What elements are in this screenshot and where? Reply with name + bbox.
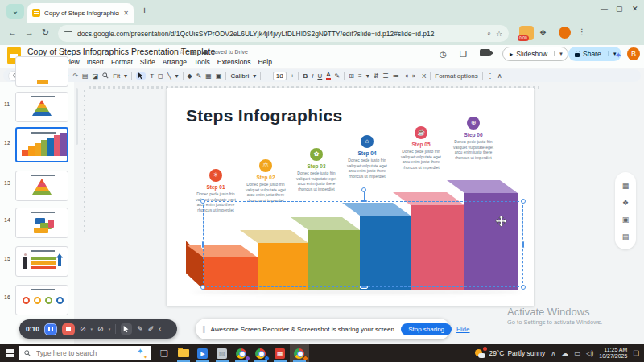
- bullet-list-icon[interactable]: ☰: [382, 72, 388, 80]
- underline-button[interactable]: U: [317, 72, 322, 80]
- italic-button[interactable]: I: [312, 72, 313, 80]
- slide-thumbnail[interactable]: [15, 246, 68, 277]
- pause-recording-button[interactable]: [44, 323, 57, 335]
- mic-dropdown-icon[interactable]: ▾: [109, 327, 111, 331]
- star-doc-icon[interactable]: ☆: [179, 48, 184, 56]
- new-tab-button[interactable]: +: [142, 5, 147, 16]
- comment-icon[interactable]: ❐: [460, 50, 467, 59]
- account-avatar[interactable]: B: [627, 47, 640, 60]
- doc-title[interactable]: Copy of Steps Infographics Presentation …: [27, 47, 215, 56]
- taskbar-app-chrome-active[interactable]: [290, 344, 309, 362]
- slideshow-dropdown-icon[interactable]: ▼: [554, 51, 568, 56]
- taskbar-search[interactable]: ✦✦: [19, 346, 151, 360]
- tray-expand-icon[interactable]: ∧: [551, 349, 555, 357]
- menu-insert[interactable]: Insert: [87, 58, 104, 66]
- slide-thumbnail[interactable]: [15, 56, 68, 87]
- camera-off-icon[interactable]: ⊘: [80, 325, 86, 333]
- copilot-icon[interactable]: ✦✦: [137, 348, 147, 358]
- onedrive-icon[interactable]: ☁: [561, 349, 568, 357]
- resize-handle-se[interactable]: [521, 285, 526, 290]
- menu-arrange[interactable]: Arrange: [163, 58, 187, 66]
- zoom-icon[interactable]: [102, 72, 109, 79]
- browser-profile-avatar[interactable]: [559, 27, 571, 39]
- calendar-icon[interactable]: ▦: [622, 182, 630, 190]
- slide-thumbnail-selected[interactable]: [15, 127, 68, 162]
- taskbar-app-explorer[interactable]: [174, 344, 193, 362]
- stop-sharing-button[interactable]: Stop sharing: [401, 323, 452, 335]
- menu-slide[interactable]: Slide: [140, 58, 155, 66]
- numbered-list-icon[interactable]: ≔: [393, 72, 399, 80]
- bold-button[interactable]: B: [303, 72, 308, 80]
- collapse-recorder-icon[interactable]: ‹: [159, 325, 161, 333]
- taskbar-app-movies[interactable]: ▶: [193, 344, 213, 362]
- mic-off-icon[interactable]: ⊘: [97, 325, 104, 333]
- menu-help[interactable]: Help: [258, 58, 271, 66]
- step-column-6[interactable]: ⊕ Step 06 Donec pede justo frin valiquet…: [450, 117, 497, 160]
- window-maximize-button[interactable]: ▢: [616, 5, 623, 13]
- share-button[interactable]: Share ▼: [568, 47, 621, 61]
- step-column-2[interactable]: ⚖ Step 02 Donec pede justo frin valiquet…: [242, 159, 289, 203]
- shape-tool-icon[interactable]: ◻: [158, 72, 163, 80]
- bookmark-star-icon[interactable]: ☆: [496, 30, 502, 38]
- volume-icon[interactable]: ◁): [586, 349, 593, 357]
- clear-format-icon[interactable]: X: [422, 72, 426, 80]
- border-weight-icon[interactable]: ▦: [205, 72, 212, 80]
- taskbar-app-chrome-1[interactable]: [232, 344, 251, 362]
- task-view-icon[interactable]: ❏: [160, 348, 168, 359]
- window-minimize-button[interactable]: —: [601, 5, 608, 13]
- filmstrip-scrollbar[interactable]: [76, 88, 78, 145]
- print-icon[interactable]: ▤: [82, 72, 89, 80]
- move-folder-icon[interactable]: ▤: [190, 48, 196, 56]
- taskbar-clock[interactable]: 11:25 AM 10/27/2025: [599, 347, 627, 360]
- address-bar[interactable]: docs.google.com/presentation/d/1QcUisSYP…: [58, 25, 509, 42]
- camera-dropdown-icon[interactable]: ▾: [91, 327, 93, 331]
- fit-select[interactable]: Fit: [113, 72, 120, 80]
- highlight-color-icon[interactable]: ✎: [335, 72, 341, 80]
- browser-tab[interactable]: Copy of Steps Infographics Pres ✕: [27, 3, 134, 23]
- fill-color-icon[interactable]: ◆: [188, 72, 192, 80]
- border-dash-icon[interactable]: ▣: [216, 72, 222, 80]
- weather-widget[interactable]: 29°C Partly sunny: [475, 348, 545, 358]
- rotation-handle[interactable]: [361, 187, 366, 192]
- textbox-tool-icon[interactable]: T: [150, 72, 154, 80]
- menu-tools[interactable]: Tools: [194, 58, 210, 66]
- zoom-page-icon[interactable]: ⌕: [487, 29, 491, 38]
- slide-thumbnail[interactable]: [15, 171, 68, 201]
- resize-handle-e[interactable]: [522, 241, 525, 249]
- paint-format-icon[interactable]: ◪: [93, 72, 99, 80]
- pointer-tool-button[interactable]: [121, 323, 132, 335]
- align-dropdown-icon[interactable]: ▾: [366, 72, 369, 80]
- select-tool-button[interactable]: [136, 72, 146, 80]
- window-close-button[interactable]: ✕: [632, 5, 638, 13]
- display-icon[interactable]: ▭: [574, 349, 580, 357]
- font-family-select[interactable]: Calibri: [230, 72, 249, 80]
- folder-icon[interactable]: ▤: [622, 232, 630, 241]
- meet-camera-icon[interactable]: [480, 49, 490, 56]
- extensions-puzzle-icon[interactable]: ❖: [539, 28, 547, 37]
- menu-extensions[interactable]: Extensions: [217, 58, 251, 66]
- slideshow-button[interactable]: ▸Slideshow ▼: [502, 47, 568, 61]
- slide-page[interactable]: Steps Infographics ✳ Step 01 Donec pede …: [167, 88, 534, 306]
- tab-search-icon[interactable]: ⌄: [6, 4, 24, 19]
- border-color-icon[interactable]: ✎: [196, 72, 202, 80]
- version-history-icon[interactable]: ◷: [440, 50, 447, 59]
- resize-handle-sw[interactable]: [200, 285, 205, 290]
- forward-icon[interactable]: →: [25, 27, 34, 37]
- hide-link[interactable]: Hide: [456, 326, 469, 333]
- selection-box[interactable]: [203, 201, 523, 287]
- search-input[interactable]: [35, 348, 115, 358]
- taskbar-app-chrome-2[interactable]: [251, 344, 270, 362]
- outdent-icon[interactable]: ⇤: [412, 72, 418, 80]
- resize-handle-w[interactable]: [201, 241, 204, 249]
- line-dropdown-icon[interactable]: ▾: [175, 72, 178, 80]
- resize-handle-s[interactable]: [360, 286, 368, 289]
- keep-icon[interactable]: ❖: [622, 199, 629, 207]
- back-icon[interactable]: ←: [8, 27, 17, 37]
- menu-format[interactable]: Format: [111, 58, 133, 66]
- resize-handle-ne[interactable]: [521, 199, 526, 204]
- start-button[interactable]: [0, 344, 19, 362]
- gemini-icon[interactable]: ✦: [615, 51, 621, 60]
- brush-tool-icon[interactable]: ✐: [148, 325, 155, 333]
- taskbar-app-photos[interactable]: ▨: [213, 344, 232, 362]
- saved-status[interactable]: Saved to Drive: [211, 49, 248, 55]
